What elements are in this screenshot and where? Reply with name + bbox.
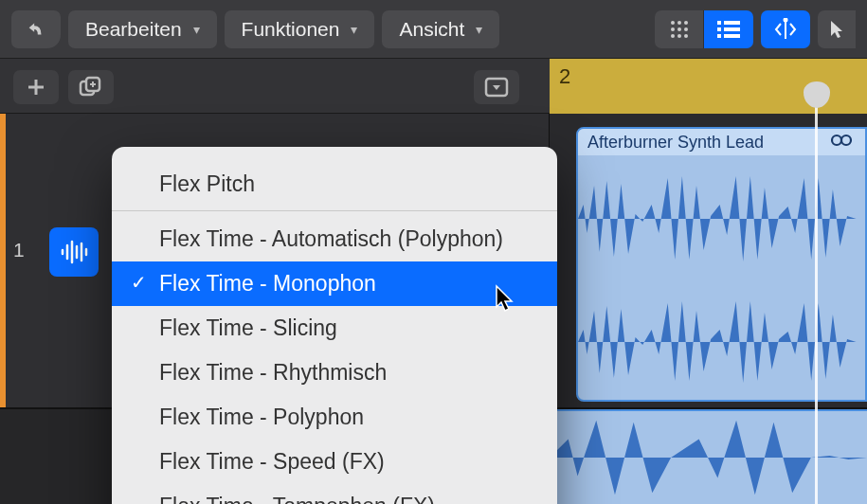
svg-rect-9	[717, 21, 721, 25]
flex-option-polyphonic[interactable]: Flex Time - Polyphon	[112, 395, 557, 440]
playhead-line[interactable]	[815, 95, 818, 504]
svg-point-8	[684, 34, 688, 38]
curved-arrow-up-icon	[26, 19, 46, 40]
audio-region-2[interactable]	[550, 409, 867, 504]
grid-view-button[interactable]	[655, 10, 704, 48]
svg-point-7	[677, 34, 681, 38]
menu-label: Funktionen	[242, 18, 340, 41]
loop-icon	[829, 133, 856, 153]
svg-point-2	[684, 21, 688, 25]
menu-header[interactable]: Flex Pitch	[112, 160, 557, 211]
menu-label: Bearbeiten	[85, 18, 182, 41]
pointer-icon	[828, 19, 845, 40]
svg-point-1	[677, 21, 681, 25]
menu-functions[interactable]: Funktionen ▾	[225, 10, 375, 48]
flex-option-slicing[interactable]: Flex Time - Slicing	[112, 306, 557, 351]
grid-icon	[669, 19, 690, 40]
region-name: Afterburner Synth Lead	[587, 133, 764, 153]
waveform-right	[578, 290, 865, 394]
dropdown-box-icon	[484, 77, 509, 98]
region-header: Afterburner Synth Lead	[578, 129, 865, 155]
add-track-button[interactable]	[13, 70, 59, 104]
waveform-icon	[550, 411, 867, 504]
audio-region[interactable]: Afterburner Synth Lead	[576, 127, 867, 402]
svg-point-0	[671, 21, 675, 25]
flex-option-rhythmic[interactable]: Flex Time - Rhythmisch	[112, 351, 557, 395]
svg-rect-14	[724, 34, 740, 38]
list-icon	[717, 21, 740, 38]
svg-point-3	[671, 27, 675, 31]
flex-mode-menu: Flex Pitch Flex Time - Automatisch (Poly…	[112, 147, 557, 504]
flex-option-automatic[interactable]: Flex Time - Automatisch (Polyphon)	[112, 217, 557, 261]
flex-icon	[772, 18, 799, 41]
mouse-cursor-icon	[493, 284, 517, 315]
ruler-marker: 2	[559, 64, 570, 89]
menu-view[interactable]: Ansicht ▾	[382, 10, 499, 48]
chevron-down-icon: ▾	[476, 22, 482, 37]
svg-point-30	[832, 135, 841, 145]
svg-point-31	[841, 135, 851, 145]
svg-point-4	[677, 27, 681, 31]
check-icon: ✓	[131, 271, 147, 294]
svg-rect-13	[717, 34, 721, 38]
parent-window-button[interactable]	[11, 10, 61, 48]
svg-rect-10	[724, 21, 740, 25]
waveform-icon	[60, 240, 88, 264]
toolbar: Bearbeiten ▾ Funktionen ▾ Ansicht ▾	[0, 0, 867, 59]
menu-edit[interactable]: Bearbeiten ▾	[68, 10, 217, 48]
track-number: 1	[13, 239, 25, 261]
svg-point-6	[671, 34, 675, 38]
view-mode-group	[655, 10, 753, 48]
pointer-tool-button[interactable]	[818, 10, 856, 48]
chevron-down-icon: ▾	[193, 22, 200, 37]
flex-option-speed[interactable]: Flex Time - Speed (FX)	[112, 440, 557, 484]
duplicate-icon	[79, 76, 103, 99]
svg-point-5	[684, 27, 688, 31]
menu-label: Ansicht	[399, 18, 464, 41]
duplicate-track-button[interactable]	[68, 70, 114, 104]
plus-icon	[26, 77, 46, 98]
catch-dropdown-button[interactable]	[474, 70, 519, 104]
chevron-down-icon: ▾	[351, 22, 357, 37]
flex-option-tempophon[interactable]: Flex Time - Tempophon (FX)	[112, 484, 557, 504]
track-color-strip	[0, 114, 6, 407]
flex-mode-button[interactable]	[761, 10, 810, 48]
flex-option-monophonic[interactable]: ✓Flex Time - Monophon	[112, 261, 557, 306]
svg-point-16	[784, 18, 788, 23]
waveform-left	[578, 167, 865, 271]
svg-rect-11	[717, 27, 721, 31]
track-type-button[interactable]	[49, 227, 99, 277]
list-view-button[interactable]	[704, 10, 753, 48]
svg-rect-12	[724, 27, 740, 31]
